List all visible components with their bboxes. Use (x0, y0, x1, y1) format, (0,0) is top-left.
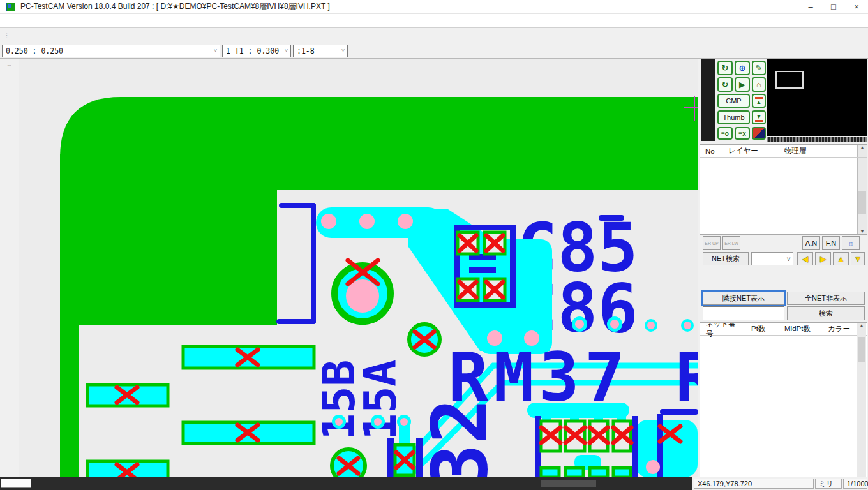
edit-button[interactable]: ✎ (752, 61, 766, 75)
aperture-size-value: 0.250 : 0.250 (6, 47, 63, 56)
tool-size-combo[interactable]: 1 T1 : 0.300˅ (222, 45, 291, 57)
pcb-drawing: C85 C86 RM37 R 15B 15A 32 (19, 59, 698, 477)
highlight-button[interactable]: ☼ (842, 236, 860, 250)
chevron-down-icon: ˅ (341, 47, 345, 54)
redraw-button[interactable]: ↻ (717, 77, 733, 92)
scroll-down-button[interactable]: ▼ (752, 110, 766, 124)
world-view-button[interactable]: ⊕ (735, 61, 750, 75)
layer-scroll-thumb[interactable] (858, 191, 866, 214)
eq-on-icon: ≡o (721, 130, 729, 137)
fn-button[interactable]: F.N (822, 236, 840, 250)
combo-toolbar: 0.250 : 0.250˅ 1 T1 : 0.300˅ :1-8˅ (0, 43, 868, 59)
svg-text:R: R (675, 339, 698, 417)
arrow-left-icon: ◀ (802, 255, 808, 264)
home-button[interactable]: ⌂ (752, 77, 766, 92)
net-next-button[interactable]: ▶ (815, 252, 831, 265)
globe-icon: ⊕ (739, 63, 746, 73)
status-bar: X46.179,Y78.720 ミリ 1/1000 (692, 477, 868, 490)
triangle-up-icon: ▲ (756, 99, 762, 105)
close-button[interactable]: × (845, 0, 868, 13)
home-icon: ⌂ (756, 80, 761, 89)
triangle-down-icon: ▼ (756, 114, 762, 120)
net-search-button[interactable]: NET検索 (703, 252, 749, 265)
net-scroll-thumb[interactable] (858, 337, 865, 362)
col-midpt-count: MidPt数 (779, 324, 819, 334)
layer-filmstrip (701, 59, 715, 141)
title-bar: PC-TestCAM Version 18.0.4 Build 207 : [ … (0, 0, 868, 14)
thumbnail-scrollbar[interactable] (767, 137, 867, 142)
upper-jig-strip (703, 268, 866, 279)
app-icon (6, 3, 15, 11)
layer-range-value: :1-8 (297, 47, 315, 56)
minimize-button[interactable]: – (799, 0, 822, 13)
thumb-button[interactable]: Thumb (717, 110, 750, 124)
window-title: PC-TestCAM Version 18.0.4 Build 207 : [ … (20, 1, 330, 12)
redraw-icon: ↻ (722, 80, 729, 89)
net-search-input[interactable] (703, 306, 784, 320)
menu-bar (0, 14, 868, 28)
scale-indicator: 1/1000 (843, 479, 867, 489)
thumbnail-viewport-rect[interactable] (775, 71, 804, 89)
col-physical-layer: 物理層 (779, 145, 839, 157)
hide-all-net-button[interactable]: 全NET非表示 (787, 292, 865, 305)
net-table-scrollbar[interactable]: ▲ ▼ (857, 323, 866, 489)
net-up-button[interactable]: ▲ (833, 252, 849, 265)
adjacent-net-button[interactable]: 隣接NET表示 (703, 292, 784, 305)
an-button[interactable]: A.N (802, 236, 820, 250)
layer-table: No レイヤー 物理層 ▲ (700, 144, 867, 235)
net-down-button[interactable]: ▼ (851, 252, 865, 265)
refresh-button[interactable]: ↻ (717, 61, 733, 75)
pcb-canvas[interactable]: C85 C86 RM37 R 15B 15A 32 (19, 59, 698, 477)
cursor-coordinates: X46.179,Y78.720 (694, 479, 814, 489)
col-color: カラー (819, 324, 850, 334)
arrow-up-icon: ▲ (837, 255, 845, 264)
arrow-right-icon: ▶ (820, 255, 826, 264)
er-up-button[interactable]: ER UP (703, 236, 721, 250)
search-button[interactable]: 検索 (787, 306, 865, 320)
eq-off-button[interactable]: ≡x (735, 127, 750, 140)
aperture-size-combo[interactable]: 0.250 : 0.250˅ (2, 45, 220, 57)
play-icon: ▶ (739, 80, 745, 89)
layer-scroll-up[interactable]: ▲ (857, 145, 867, 157)
chevron-down-icon: ˅ (214, 47, 217, 54)
day-night-button[interactable] (752, 127, 766, 140)
cmp-button[interactable]: CMP (717, 94, 750, 108)
main-toolbar (0, 28, 868, 43)
col-no: No (700, 145, 723, 157)
net-table-header: ネット番号 Pt数 MidPt数 カラー (700, 323, 867, 336)
layer-table-header: No レイヤー 物理層 ▲ (700, 145, 867, 158)
layer-table-scrollbar[interactable]: ▼ (857, 158, 867, 234)
refresh-icon: ↻ (722, 63, 729, 73)
eq-off-icon: ≡x (738, 130, 745, 137)
board-thumbnail[interactable] (767, 59, 867, 136)
layer-scroll-down[interactable]: ▼ (858, 228, 867, 234)
play-button[interactable]: ▶ (735, 77, 750, 92)
col-net-number: ネット番号 (700, 322, 742, 339)
net-select-combo[interactable]: ˅ (751, 252, 793, 265)
right-panel: ↻ ⊕ ✎ ↻ ▶ ⌂ CMP ▲ Thumb ▼ ≡o ≡x No レイヤー … (698, 59, 868, 490)
unit-indicator: ミリ (815, 479, 842, 489)
arrow-down-icon: ▼ (854, 255, 862, 264)
scroll-up-button[interactable]: ▲ (752, 94, 766, 108)
maximize-button[interactable]: □ (822, 0, 845, 13)
col-pt-count: Pt数 (742, 324, 779, 334)
hscroll-thumb[interactable] (541, 480, 596, 487)
net-table: ネット番号 Pt数 MidPt数 カラー ▲ ▼ (700, 322, 867, 490)
scroll-corner-box (1, 479, 31, 488)
chevron-down-icon: ˅ (285, 47, 288, 54)
lower-jig-strip (703, 279, 866, 290)
col-layer: レイヤー (723, 145, 779, 157)
pencil-icon: ✎ (756, 63, 763, 73)
svg-text:32: 32 (415, 398, 504, 478)
eq-on-button[interactable]: ≡o (717, 127, 733, 140)
col-colors (839, 145, 857, 157)
tool-size-value: 1 T1 : 0.300 (226, 47, 279, 56)
net-prev-button[interactable]: ◀ (797, 252, 813, 265)
sun-icon: ☼ (848, 239, 854, 247)
layer-range-combo[interactable]: :1-8˅ (293, 45, 348, 57)
file-toolbar (0, 59, 19, 477)
er-lw-button[interactable]: ER LW (722, 236, 740, 250)
